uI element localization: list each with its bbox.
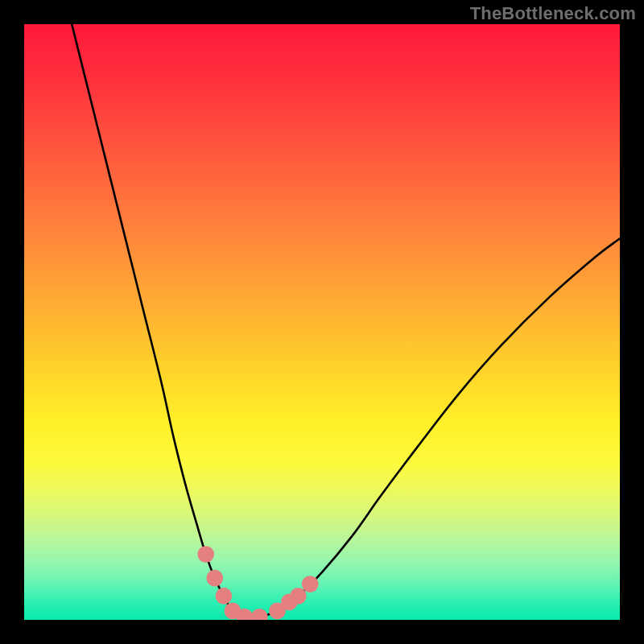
marker-dot bbox=[206, 570, 223, 587]
marker-dot bbox=[251, 609, 268, 620]
marker-dot bbox=[216, 588, 233, 605]
marker-dot bbox=[197, 546, 214, 563]
watermark-text: TheBottleneck.com bbox=[470, 3, 636, 24]
plot-area bbox=[24, 24, 620, 620]
marker-dot bbox=[290, 588, 307, 605]
marker-group bbox=[197, 546, 318, 620]
chart-frame: TheBottleneck.com bbox=[0, 0, 644, 644]
marker-dot bbox=[302, 576, 319, 592]
bottleneck-curve bbox=[24, 24, 620, 620]
curve-path bbox=[72, 24, 620, 617]
